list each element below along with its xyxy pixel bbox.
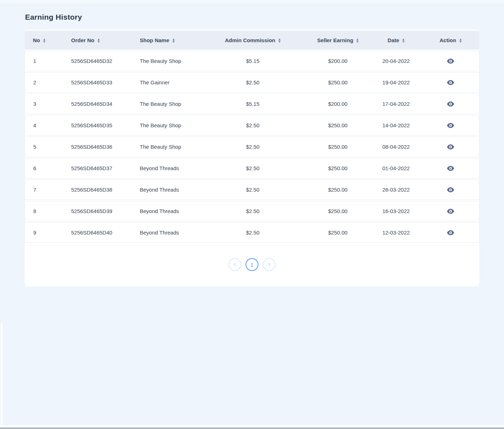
cell-seller-earning: $200.00 [305, 94, 370, 114]
cell-seller-earning: $250.00 [305, 115, 370, 135]
column-header-label: No [33, 37, 40, 43]
view-action-button[interactable] [445, 229, 456, 237]
cell-shop-name: The Beauty Shop [132, 51, 200, 71]
cell-date: 08-04-2022 [370, 137, 422, 157]
cell-date: 17-04-2022 [370, 94, 422, 114]
cell-shop-name: Beyond Threads [132, 201, 200, 221]
cell-seller-earning: $250.00 [305, 158, 370, 178]
cell-action [422, 158, 479, 178]
view-action-button[interactable] [445, 79, 456, 87]
cell-admin-commission: $5.15 [200, 94, 305, 114]
cell-date: 20-04-2022 [370, 51, 422, 71]
cell-order-no: 5256SD6465D34 [63, 94, 132, 114]
cell-order-no: 5256SD6465D37 [63, 158, 132, 178]
sort-arrows-icon: ▲▼ [278, 38, 281, 43]
pagination-next-button[interactable]: › [263, 258, 276, 271]
cell-shop-name: The Gainner [132, 72, 200, 93]
table-row: 3 5256SD6465D34 The Beauty Shop $5.15 $2… [25, 94, 479, 114]
cell-order-no: 5256SD6465D40 [63, 222, 132, 243]
cell-date: 19-04-2022 [370, 72, 422, 93]
column-header-action[interactable]: Action ▲▼ [422, 31, 479, 50]
sort-arrows-icon: ▲▼ [356, 38, 359, 43]
cell-shop-name: The Beauty Shop [132, 94, 200, 114]
view-action-button[interactable] [445, 143, 456, 151]
cell-action [422, 94, 479, 114]
pagination-prev-button[interactable]: ‹ [228, 258, 241, 271]
cell-date: 16-03-2022 [370, 201, 422, 221]
column-header-label: Action [440, 37, 456, 43]
cell-admin-commission: $2.50 [200, 115, 305, 135]
cell-admin-commission: $2.50 [200, 72, 305, 93]
eye-icon [447, 144, 454, 149]
cell-action [422, 72, 479, 93]
table-row: 2 5256SD6465D33 The Gainner $2.50 $250.0… [25, 72, 479, 93]
cell-date: 26-03-2022 [370, 179, 422, 200]
column-header-label: Date [387, 37, 399, 43]
cell-action [422, 51, 479, 71]
cell-no: 3 [25, 94, 63, 114]
cell-shop-name: Beyond Threads [132, 158, 200, 178]
cell-shop-name: The Beauty Shop [132, 115, 200, 135]
table-row: 9 5256SD6465D40 Beyond Threads $2.50 $25… [25, 222, 479, 243]
table-row: 5 5256SD6465D36 The Beauty Shop $2.50 $2… [25, 137, 479, 157]
bottom-frame-highlight [0, 425, 504, 428]
cell-admin-commission: $5.15 [200, 51, 305, 71]
column-header-label: Order No [71, 37, 94, 43]
view-action-button[interactable] [445, 122, 456, 129]
bottom-frame-border [0, 428, 504, 429]
cell-seller-earning: $250.00 [305, 137, 370, 157]
pagination-page-1-button[interactable]: 1 [246, 258, 258, 271]
cell-no: 8 [25, 201, 63, 221]
eye-icon [447, 230, 454, 235]
column-header-order-no[interactable]: Order No ▲▼ [63, 31, 132, 50]
cell-action [422, 137, 479, 157]
view-action-button[interactable] [445, 164, 456, 172]
cell-order-no: 5256SD6465D35 [63, 115, 132, 135]
view-action-button[interactable] [445, 100, 456, 108]
column-header-date[interactable]: Date ▲▼ [370, 31, 422, 50]
cell-no: 7 [25, 179, 63, 200]
cell-seller-earning: $250.00 [305, 201, 370, 221]
cell-admin-commission: $2.50 [200, 137, 305, 157]
view-action-button[interactable] [445, 207, 456, 215]
table-row: 8 5256SD6465D39 Beyond Threads $2.50 $25… [25, 201, 479, 221]
column-header-seller-earning[interactable]: Seller Earning ▲▼ [305, 31, 370, 50]
column-header-admin-commission[interactable]: Admin Commission ▲▼ [200, 31, 305, 50]
cell-admin-commission: $2.50 [200, 158, 305, 178]
eye-icon [447, 209, 454, 214]
cell-admin-commission: $2.50 [200, 179, 305, 200]
eye-icon [447, 166, 454, 171]
table-row: 1 5256SD6465D32 The Beauty Shop $5.15 $2… [25, 51, 479, 71]
cell-no: 1 [25, 51, 63, 71]
view-action-button[interactable] [445, 186, 456, 194]
eye-icon [447, 123, 454, 128]
cell-shop-name: Beyond Threads [132, 222, 200, 243]
eye-icon [447, 187, 454, 192]
cell-order-no: 5256SD6465D36 [63, 137, 132, 157]
earning-history-card: No ▲▼ Order No ▲▼ Shop Name ▲▼ Admin Com… [25, 30, 479, 286]
column-header-shop-name[interactable]: Shop Name ▲▼ [132, 31, 200, 50]
cell-no: 2 [25, 72, 63, 93]
table-header-row: No ▲▼ Order No ▲▼ Shop Name ▲▼ Admin Com… [25, 31, 479, 50]
cell-admin-commission: $2.50 [200, 222, 305, 243]
cell-no: 5 [25, 137, 63, 157]
column-header-label: Admin Commission [225, 37, 275, 43]
earning-history-table: No ▲▼ Order No ▲▼ Shop Name ▲▼ Admin Com… [25, 30, 479, 244]
column-header-no[interactable]: No ▲▼ [25, 31, 63, 50]
cell-shop-name: The Beauty Shop [132, 137, 200, 157]
view-action-button[interactable] [445, 57, 456, 65]
cell-date: 14-04-2022 [370, 115, 422, 135]
sort-arrows-icon: ▲▼ [173, 38, 175, 43]
eye-icon [447, 102, 454, 107]
cell-action [422, 115, 479, 135]
cell-order-no: 5256SD6465D33 [63, 72, 132, 93]
cell-date: 01-04-2022 [370, 158, 422, 178]
cell-date: 12-03-2022 [370, 222, 422, 243]
cell-admin-commission: $2.50 [200, 201, 305, 221]
sort-arrows-icon: ▲▼ [98, 38, 100, 43]
pagination: ‹ 1 › [25, 244, 479, 286]
cell-action [422, 179, 479, 200]
cell-no: 9 [25, 222, 63, 243]
chevron-left-icon: ‹ [234, 260, 236, 267]
table-row: 4 5256SD6465D35 The Beauty Shop $2.50 $2… [25, 115, 479, 135]
